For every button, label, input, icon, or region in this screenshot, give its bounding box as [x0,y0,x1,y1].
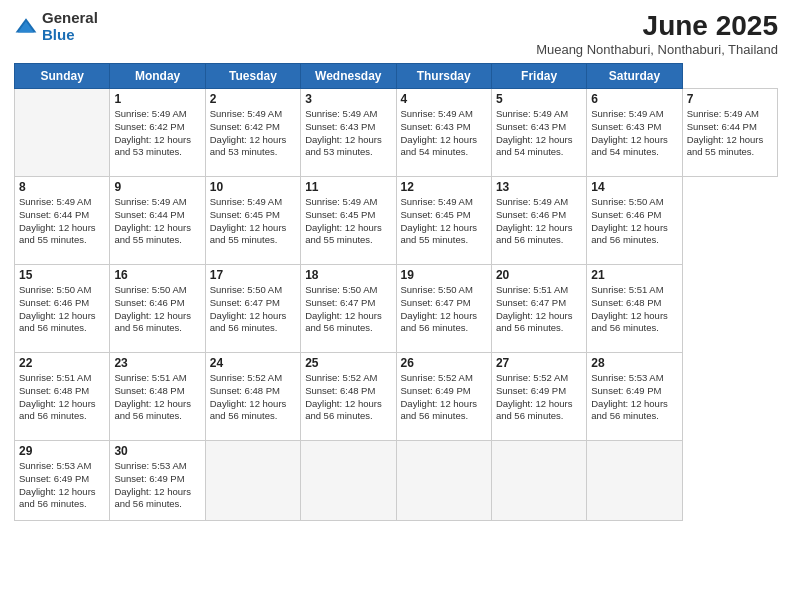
logo-icon [14,15,38,39]
day-cell: 10 Sunrise: 5:49 AM Sunset: 6:45 PM Dayl… [205,177,300,265]
day-info: Sunrise: 5:50 AM Sunset: 6:47 PM Dayligh… [305,284,391,335]
day-cell: 28 Sunrise: 5:53 AM Sunset: 6:49 PM Dayl… [587,353,682,441]
day-number: 29 [19,444,105,458]
header-monday: Monday [110,64,205,89]
day-number: 22 [19,356,105,370]
day-cell: 9 Sunrise: 5:49 AM Sunset: 6:44 PM Dayli… [110,177,205,265]
day-info: Sunrise: 5:49 AM Sunset: 6:44 PM Dayligh… [687,108,773,159]
day-cell [205,441,300,521]
day-info: Sunrise: 5:51 AM Sunset: 6:48 PM Dayligh… [591,284,677,335]
day-number: 13 [496,180,582,194]
day-number: 1 [114,92,200,106]
day-cell: 7 Sunrise: 5:49 AM Sunset: 6:44 PM Dayli… [682,89,777,177]
day-cell: 22 Sunrise: 5:51 AM Sunset: 6:48 PM Dayl… [15,353,110,441]
calendar-body: 1 Sunrise: 5:49 AM Sunset: 6:42 PM Dayli… [15,89,778,521]
day-info: Sunrise: 5:51 AM Sunset: 6:48 PM Dayligh… [114,372,200,423]
day-cell: 13 Sunrise: 5:49 AM Sunset: 6:46 PM Dayl… [491,177,586,265]
day-info: Sunrise: 5:50 AM Sunset: 6:46 PM Dayligh… [114,284,200,335]
day-cell: 15 Sunrise: 5:50 AM Sunset: 6:46 PM Dayl… [15,265,110,353]
day-info: Sunrise: 5:49 AM Sunset: 6:44 PM Dayligh… [19,196,105,247]
day-number: 4 [401,92,487,106]
day-cell: 26 Sunrise: 5:52 AM Sunset: 6:49 PM Dayl… [396,353,491,441]
day-number: 7 [687,92,773,106]
day-cell [396,441,491,521]
day-number: 23 [114,356,200,370]
header-area: General Blue June 2025 Mueang Nonthaburi… [14,10,778,57]
day-info: Sunrise: 5:51 AM Sunset: 6:48 PM Dayligh… [19,372,105,423]
day-info: Sunrise: 5:53 AM Sunset: 6:49 PM Dayligh… [19,460,105,511]
day-cell: 24 Sunrise: 5:52 AM Sunset: 6:48 PM Dayl… [205,353,300,441]
day-number: 14 [591,180,677,194]
day-info: Sunrise: 5:52 AM Sunset: 6:48 PM Dayligh… [210,372,296,423]
day-cell: 29 Sunrise: 5:53 AM Sunset: 6:49 PM Dayl… [15,441,110,521]
day-number: 30 [114,444,200,458]
day-info: Sunrise: 5:50 AM Sunset: 6:47 PM Dayligh… [210,284,296,335]
day-cell [491,441,586,521]
day-number: 21 [591,268,677,282]
calendar-header-row: Sunday Monday Tuesday Wednesday Thursday… [15,64,778,89]
day-info: Sunrise: 5:49 AM Sunset: 6:42 PM Dayligh… [114,108,200,159]
day-info: Sunrise: 5:53 AM Sunset: 6:49 PM Dayligh… [591,372,677,423]
header-saturday: Saturday [587,64,682,89]
day-cell: 1 Sunrise: 5:49 AM Sunset: 6:42 PM Dayli… [110,89,205,177]
day-info: Sunrise: 5:52 AM Sunset: 6:49 PM Dayligh… [401,372,487,423]
day-cell: 18 Sunrise: 5:50 AM Sunset: 6:47 PM Dayl… [301,265,396,353]
day-number: 6 [591,92,677,106]
day-info: Sunrise: 5:49 AM Sunset: 6:44 PM Dayligh… [114,196,200,247]
day-cell: 12 Sunrise: 5:49 AM Sunset: 6:45 PM Dayl… [396,177,491,265]
day-cell: 11 Sunrise: 5:49 AM Sunset: 6:45 PM Dayl… [301,177,396,265]
day-number: 12 [401,180,487,194]
day-info: Sunrise: 5:49 AM Sunset: 6:45 PM Dayligh… [401,196,487,247]
day-number: 18 [305,268,391,282]
day-number: 28 [591,356,677,370]
day-info: Sunrise: 5:49 AM Sunset: 6:43 PM Dayligh… [305,108,391,159]
logo-text: General Blue [42,10,98,43]
day-cell: 4 Sunrise: 5:49 AM Sunset: 6:43 PM Dayli… [396,89,491,177]
day-cell: 5 Sunrise: 5:49 AM Sunset: 6:43 PM Dayli… [491,89,586,177]
day-cell: 30 Sunrise: 5:53 AM Sunset: 6:49 PM Dayl… [110,441,205,521]
day-cell [587,441,682,521]
day-number: 15 [19,268,105,282]
day-cell [15,89,110,177]
calendar-page: General Blue June 2025 Mueang Nonthaburi… [0,0,792,612]
day-number: 19 [401,268,487,282]
day-number: 27 [496,356,582,370]
day-info: Sunrise: 5:49 AM Sunset: 6:43 PM Dayligh… [496,108,582,159]
day-number: 3 [305,92,391,106]
day-info: Sunrise: 5:50 AM Sunset: 6:46 PM Dayligh… [19,284,105,335]
header-tuesday: Tuesday [205,64,300,89]
day-info: Sunrise: 5:49 AM Sunset: 6:43 PM Dayligh… [591,108,677,159]
day-number: 2 [210,92,296,106]
day-cell: 14 Sunrise: 5:50 AM Sunset: 6:46 PM Dayl… [587,177,682,265]
calendar-title: June 2025 [536,10,778,42]
calendar-table: Sunday Monday Tuesday Wednesday Thursday… [14,63,778,521]
day-cell [301,441,396,521]
day-info: Sunrise: 5:53 AM Sunset: 6:49 PM Dayligh… [114,460,200,511]
day-cell: 21 Sunrise: 5:51 AM Sunset: 6:48 PM Dayl… [587,265,682,353]
day-number: 24 [210,356,296,370]
day-cell: 23 Sunrise: 5:51 AM Sunset: 6:48 PM Dayl… [110,353,205,441]
day-info: Sunrise: 5:51 AM Sunset: 6:47 PM Dayligh… [496,284,582,335]
day-info: Sunrise: 5:49 AM Sunset: 6:45 PM Dayligh… [305,196,391,247]
logo-blue: Blue [42,26,75,43]
day-info: Sunrise: 5:49 AM Sunset: 6:45 PM Dayligh… [210,196,296,247]
day-cell: 20 Sunrise: 5:51 AM Sunset: 6:47 PM Dayl… [491,265,586,353]
day-cell: 2 Sunrise: 5:49 AM Sunset: 6:42 PM Dayli… [205,89,300,177]
day-number: 8 [19,180,105,194]
day-info: Sunrise: 5:52 AM Sunset: 6:48 PM Dayligh… [305,372,391,423]
day-cell: 3 Sunrise: 5:49 AM Sunset: 6:43 PM Dayli… [301,89,396,177]
day-cell: 19 Sunrise: 5:50 AM Sunset: 6:47 PM Dayl… [396,265,491,353]
day-number: 25 [305,356,391,370]
header-sunday: Sunday [15,64,110,89]
calendar-subtitle: Mueang Nonthaburi, Nonthaburi, Thailand [536,42,778,57]
day-number: 26 [401,356,487,370]
logo: General Blue [14,10,98,43]
day-info: Sunrise: 5:50 AM Sunset: 6:46 PM Dayligh… [591,196,677,247]
day-info: Sunrise: 5:49 AM Sunset: 6:42 PM Dayligh… [210,108,296,159]
day-number: 5 [496,92,582,106]
day-info: Sunrise: 5:49 AM Sunset: 6:46 PM Dayligh… [496,196,582,247]
day-info: Sunrise: 5:52 AM Sunset: 6:49 PM Dayligh… [496,372,582,423]
day-info: Sunrise: 5:49 AM Sunset: 6:43 PM Dayligh… [401,108,487,159]
header-friday: Friday [491,64,586,89]
day-info: Sunrise: 5:50 AM Sunset: 6:47 PM Dayligh… [401,284,487,335]
